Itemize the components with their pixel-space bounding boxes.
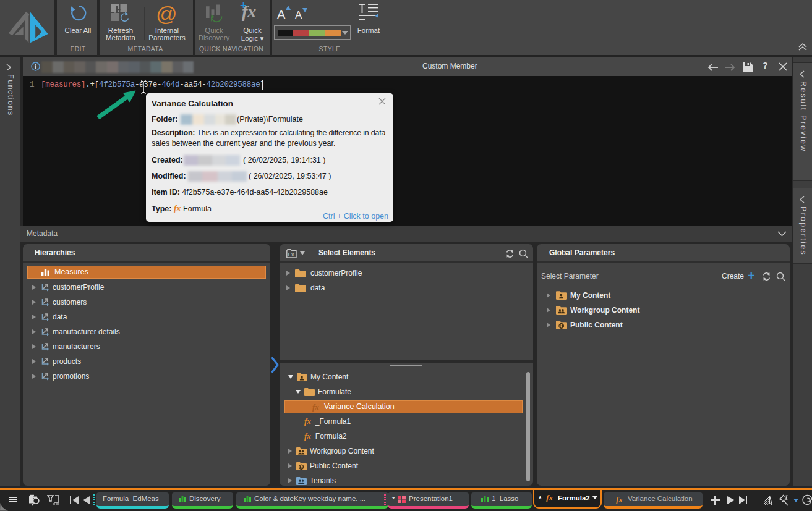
svg-text:Fx: Fx [288, 251, 294, 258]
